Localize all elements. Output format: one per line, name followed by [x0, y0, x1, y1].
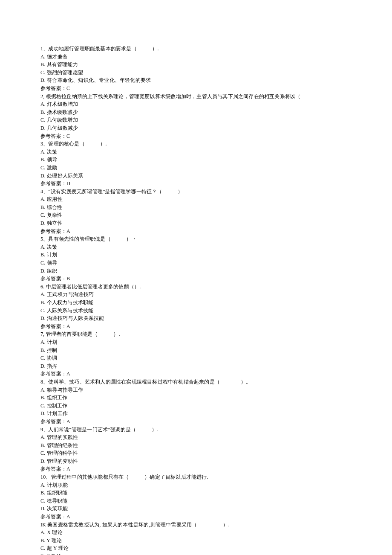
- question-stem: 3、管理的核心是（ ）.: [40, 140, 356, 148]
- answer-line: 参考答案：B: [40, 275, 356, 283]
- question-option: C. 强烈的管理愿望: [40, 69, 356, 77]
- question-option: B. 组织工作: [40, 394, 356, 402]
- question-option: B. 组织职能: [40, 489, 356, 497]
- question-option: B. 撤术级数减少: [40, 108, 356, 116]
- question-option: D. 指挥: [40, 362, 356, 370]
- question-option: B. 个人权力与技术职能: [40, 299, 356, 307]
- question-option: C. 激励: [40, 164, 356, 172]
- question-option: C. 超 Y 理论: [40, 544, 356, 552]
- question-option: A. 应用性: [40, 195, 356, 203]
- question-option: D. 沟通技巧与人际关系技能: [40, 314, 356, 323]
- question-stem: 1、成功地履行管理职能最基本的要求是（ ）.: [40, 45, 356, 53]
- question-option: C. 协调: [40, 354, 356, 362]
- question-option: B. 领导: [40, 156, 356, 164]
- question-option: C. 几何级数增加: [40, 116, 356, 124]
- question-option: D. 独立性: [40, 219, 356, 227]
- question-option: D. 管理的变动性: [40, 457, 356, 465]
- question-option: D. 几何级数减少: [40, 124, 356, 132]
- question-option: C. 控制工作: [40, 402, 356, 410]
- question-option: C. 管理的科学性: [40, 449, 356, 457]
- question-option: A. 灯术级数增加: [40, 100, 356, 108]
- question-option: D. 计划工作: [40, 410, 356, 418]
- answer-line: 参考答案：A: [40, 370, 356, 378]
- question-stem: 5、具有领先性的管理职傀是（ ）・: [40, 235, 356, 243]
- question-option: A. 德才兼备: [40, 53, 356, 61]
- question-option: A. 管理的实践性: [40, 433, 356, 442]
- question-stem: IK 美国麦格雷戈教授认为, 如果人的本性是坏的,则管理中需要采用（ ）.: [40, 521, 356, 529]
- question-stem: 8、使科学、技巧、艺术和人的属性在实现组棍目标过程中有机结合起来的是（ ）。: [40, 378, 356, 386]
- answer-line: 参考答案：C: [40, 84, 356, 93]
- question-option: A. 计划: [40, 338, 356, 346]
- question-option: A. 决策: [40, 243, 356, 251]
- question-stem: 7, 管理者的首要职能是（ ）.: [40, 330, 356, 338]
- question-stem: 9、人们常说“管理是一门艺术”强调的是（ ）.: [40, 426, 356, 434]
- question-option: A. 正式权力与沟通技巧: [40, 291, 356, 299]
- question-option: A. X 理论: [40, 529, 356, 537]
- question-option: B. 控制: [40, 346, 356, 355]
- question-option: B. 计划: [40, 251, 356, 259]
- answer-line: 参考答案：A: [40, 323, 356, 331]
- question-option: D. Z 理论: [40, 552, 356, 555]
- answer-line: 参考答案：D: [40, 180, 356, 188]
- question-option: A. 计划职能: [40, 481, 356, 489]
- question-option: D. 组织: [40, 267, 356, 275]
- question-option: B. 具有管理能力: [40, 61, 356, 69]
- question-option: A. 决策: [40, 148, 356, 156]
- answer-line: 参考答案：A: [40, 465, 356, 473]
- answer-line: 参考答案：A: [40, 513, 356, 521]
- question-option: D. 决策职能: [40, 505, 356, 513]
- question-option: D. 处理好人际关系: [40, 172, 356, 180]
- question-option: B. 综合性: [40, 203, 356, 212]
- question-stem: 2, 根据格拉丘纳斯的上下线关系理论，管理宽度以算术级数增加时，主管人员与其下属…: [40, 93, 356, 101]
- document-page: 1、成功地履行管理职能最基本的要求是（ ）.A. 德才兼备B. 具有管理能力C.…: [0, 0, 392, 555]
- question-stem: 10、管理过程中的其他职能都只有在（ ）确定了目标以后才能进行.: [40, 473, 356, 481]
- question-option: C. 复杂性: [40, 211, 356, 219]
- answer-line: 参考答案：A: [40, 227, 356, 235]
- question-stem: 6. 中层管理者比低层管理者更多的依麵（）.: [40, 283, 356, 291]
- question-option: C. 领导: [40, 259, 356, 267]
- answer-line: 参考答案：C: [40, 132, 356, 140]
- question-stem: 4、“没有实践便无所谓管理”是指管理学哪一特征？（ ）: [40, 188, 356, 196]
- question-option: C. 人际关系与技术技能: [40, 307, 356, 315]
- question-option: C. 稔导职能: [40, 497, 356, 505]
- question-option: B. 管理的纪杂性: [40, 442, 356, 450]
- question-option: D. 符合革命化、知识化、专业化、年轻化的要求: [40, 76, 356, 84]
- question-option: B. Y 理论: [40, 537, 356, 545]
- question-option: A. 粮导与指导工作: [40, 386, 356, 394]
- answer-line: 参考答案：A: [40, 418, 356, 426]
